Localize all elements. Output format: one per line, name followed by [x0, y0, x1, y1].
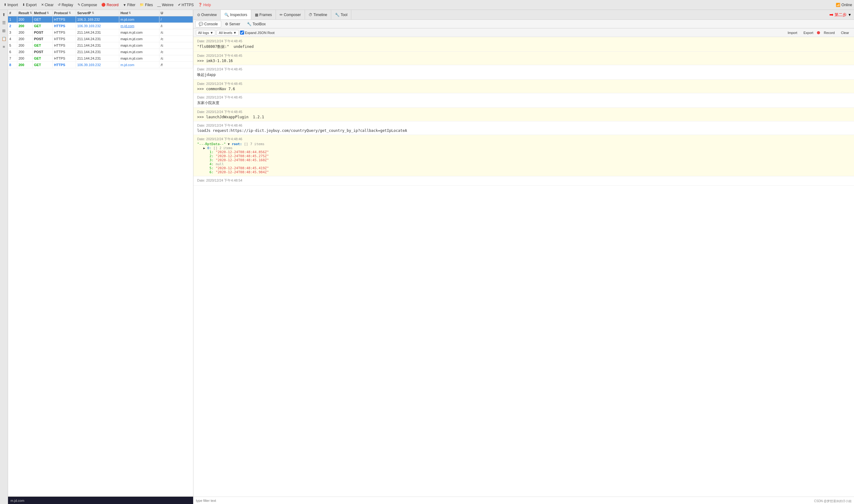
sidebar-icon-2[interactable]: ☰ [1, 19, 7, 26]
log-entry: Date: 2020/12/24 下午4:48:45 唤起jdapp [193, 65, 854, 80]
cell-num: 3 [8, 29, 17, 36]
cell-host: mapi.m.jd.com [119, 55, 159, 61]
frames-icon: ▦ [255, 13, 258, 17]
cell-path: /c [159, 36, 193, 42]
cell-method: POST [33, 36, 53, 42]
compose-icon: ✎ [77, 3, 80, 7]
cell-host: mapi.m.jd.com [119, 29, 159, 36]
log-date: Date: 2020/12/24 下午4:48:45 [197, 53, 850, 58]
cell-path: /c [159, 55, 193, 61]
log-content: 唤起jdapp [197, 72, 850, 77]
sidebar-icon-4[interactable]: 📋 [1, 35, 7, 42]
cell-proto: HTTPS [53, 16, 76, 22]
cell-method: GET [33, 16, 53, 22]
clear-button[interactable]: ✕ Clear [39, 2, 56, 8]
left-panel: # Result ⇅ Method ⇅ Protocol ⇅ ServerIP … [8, 10, 193, 504]
filter-bar [193, 497, 854, 504]
log-date: Date: 2020/12/24 下午4:48:45 [197, 95, 850, 100]
table-header: # Result ⇅ Method ⇅ Protocol ⇅ ServerIP … [8, 10, 193, 16]
expand-json-input[interactable] [240, 31, 244, 35]
console-log[interactable]: Date: 2020/12/24 下午4:48:45 "fls08007数据:"… [193, 37, 854, 497]
record-dot-icon [817, 31, 820, 34]
tab-frames[interactable]: ▦ Frames [251, 10, 276, 19]
all-logs-dropdown[interactable]: All logs ▼ [196, 30, 215, 36]
right-nav-tabs: ⊙ Overview 🔍 Inspectors ▦ Frames ✏ Compo… [193, 10, 854, 20]
table-row[interactable]: 2 200 GET HTTPS 106.39.169.232 m.jd.com … [8, 23, 193, 29]
cell-proto: HTTPS [53, 62, 76, 68]
table-row[interactable]: 1 200 GET HTTPS 106.3..169.232 m.jd.com … [8, 16, 193, 23]
tab-timeline[interactable]: ⏱ Timeline [305, 10, 331, 19]
cell-ip: 211.144.24.231 [76, 55, 119, 61]
record-button[interactable]: 🔴 Record [100, 2, 121, 8]
col-host[interactable]: Host ⇅ [119, 10, 159, 16]
cell-status: 200 [17, 42, 33, 49]
cell-ip: 106.3..169.232 [76, 16, 119, 22]
subtab-toolbox[interactable]: 🔧 ToolBox [244, 21, 269, 27]
table-row[interactable]: 8 200 GET HTTPS 106.39.169.232 m.jd.com … [8, 62, 193, 68]
network-table[interactable]: # Result ⇅ Method ⇅ Protocol ⇅ ServerIP … [8, 10, 193, 497]
cell-method: GET [33, 55, 53, 61]
replay-button[interactable]: ↺ Replay [56, 2, 75, 8]
dropdown-chevron-2: ▼ [233, 31, 237, 35]
col-method[interactable]: Method ⇅ [33, 10, 53, 16]
export-button[interactable]: ⬇ Export [20, 2, 39, 8]
table-row[interactable]: 3 200 POST HTTPS 211.144.24.231 mapi.m.j… [8, 29, 193, 36]
col-num[interactable]: # [8, 10, 17, 16]
tools-icon: 🔧 [335, 13, 340, 17]
subtab-server[interactable]: ⚙ Server [222, 21, 243, 27]
weinre-button[interactable]: __ Weinre [156, 2, 176, 8]
console-export-btn[interactable]: Export [801, 30, 816, 35]
cell-method: GET [33, 23, 53, 29]
sidebar-icon-5[interactable]: ≡ [1, 43, 7, 50]
status-bar: m.jd.com [8, 497, 193, 504]
json-toggle-0[interactable] [203, 146, 205, 150]
cell-method: GET [33, 42, 53, 49]
sidebar-icon-1[interactable]: ⬆ [1, 11, 7, 18]
sidebar-icon-3[interactable]: ⊞ [1, 27, 7, 34]
subtab-console[interactable]: 💬 Console [195, 21, 221, 28]
https-button[interactable]: ✔ HTTPS [176, 2, 196, 8]
step-label: 第二步 [835, 12, 847, 18]
filter-button[interactable]: ▼ Filter [121, 2, 138, 8]
tab-overview[interactable]: ⊙ Overview [193, 10, 220, 19]
col-serverip[interactable]: ServerIP ⇅ [76, 10, 119, 16]
table-row[interactable]: 7 200 GET HTTPS 211.144.24.231 mapi.m.jd… [8, 55, 193, 62]
cell-ip: 106.39.169.232 [76, 23, 119, 29]
files-button[interactable]: 📁 Files [138, 2, 155, 8]
online-status: 📶 Online [836, 3, 852, 7]
compose-button[interactable]: ✎ Compose [76, 2, 99, 8]
console-clear-btn[interactable]: Clear [839, 30, 852, 35]
col-u[interactable]: U [159, 10, 193, 16]
cell-method: GET [33, 62, 53, 68]
filter-input[interactable] [196, 499, 852, 502]
col-protocol[interactable]: Protocol ⇅ [53, 10, 76, 16]
top-toolbar: ⬆ Import ⬇ Export ✕ Clear ↺ Replay ✎ Com… [0, 0, 854, 10]
server-icon: ⚙ [225, 22, 228, 26]
expand-json-checkbox[interactable]: Expand JSON Root [240, 31, 275, 35]
tab-tools[interactable]: 🔧 Tool [331, 10, 351, 19]
help-button[interactable]: ❓ Help [196, 2, 213, 8]
cell-status: 200 [17, 23, 33, 29]
table-row[interactable]: 4 200 POST HTTPS 211.144.24.231 mapi.m.j… [8, 36, 193, 42]
json-toggle[interactable] [228, 142, 230, 146]
table-row[interactable]: 5 200 GET HTTPS 211.144.24.231 mapi.m.jd… [8, 42, 193, 49]
tab-composer[interactable]: ✏ Composer [276, 10, 305, 19]
console-record-btn[interactable]: Record [821, 30, 837, 35]
help-icon: ❓ [198, 3, 202, 7]
import-button[interactable]: ⬆ Import [2, 2, 20, 8]
log-entry: Date: 2020/12/24 下午4:48:45 >>> commonNav… [193, 80, 854, 93]
cell-status: 200 [17, 16, 33, 22]
cell-path: / [159, 16, 193, 22]
all-levels-dropdown[interactable]: All levels ▼ [217, 30, 238, 36]
table-row[interactable]: 6 200 POST HTTPS 211.144.24.231 mapi.m.j… [8, 49, 193, 55]
tab-inspectors[interactable]: 🔍 Inspectors [220, 10, 251, 19]
import-icon: ⬆ [4, 3, 6, 7]
toolbox-icon: 🔧 [247, 22, 251, 26]
col-result[interactable]: Result ⇅ [17, 10, 33, 16]
cell-num: 2 [8, 23, 17, 29]
dropdown-icon[interactable]: ▼ [848, 13, 852, 17]
log-content: >>> launchJdWxappPlugin 1.2.1 [197, 115, 850, 119]
https-icon: ✔ [178, 3, 181, 7]
cell-host: m.jd.com [119, 16, 159, 22]
console-import-btn[interactable]: Import [785, 30, 800, 35]
